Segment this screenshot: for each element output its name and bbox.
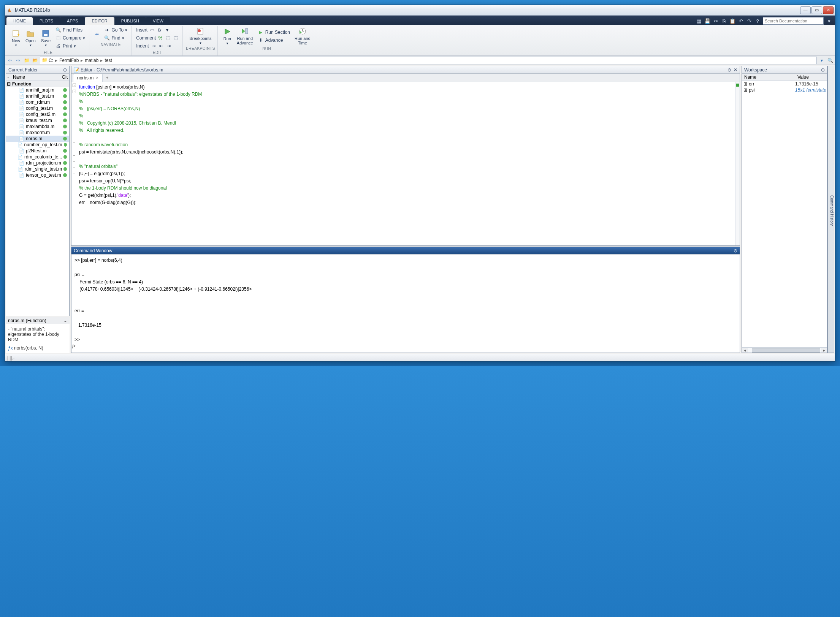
app-window: MATLAB R2014b — ▭ ✕ HOME PLOTS APPS EDIT… <box>5 5 835 362</box>
scroll-right-icon[interactable]: ▸ <box>821 348 827 353</box>
editor-file-icon: 📝 <box>74 67 79 73</box>
run-advance-button[interactable]: Run and Advance <box>235 26 255 46</box>
help-icon[interactable]: ? <box>754 18 761 24</box>
workspace-scrollbar[interactable]: ◂ ▸ <box>742 347 827 353</box>
mfile-icon: 📄 <box>19 136 24 141</box>
chevron-down-icon[interactable]: ⌄ <box>63 318 67 323</box>
collapse-ribbon-icon[interactable]: ▾ <box>826 18 832 24</box>
redo-icon[interactable]: ↷ <box>746 18 752 24</box>
file-row[interactable]: 📄tensor_op_test.m <box>6 172 69 178</box>
scroll-left-icon[interactable]: ◂ <box>742 348 748 353</box>
close-button[interactable]: ✕ <box>823 6 834 14</box>
file-row[interactable]: 📄annihil_test.m <box>6 93 69 99</box>
file-row[interactable]: 📄com_rdm.m <box>6 99 69 105</box>
nav-back-icon[interactable]: ⇦ <box>6 57 13 64</box>
open-button[interactable]: Open▼ <box>23 28 38 48</box>
workspace-var-row[interactable]: ⊞psi15x1 fermistate <box>742 87 827 93</box>
mfile-icon: 📄 <box>19 106 24 111</box>
tab-apps[interactable]: APPS <box>60 17 85 25</box>
tab-publish[interactable]: PUBLISH <box>114 17 146 25</box>
panel-menu-icon[interactable]: ⊙ <box>734 248 737 253</box>
file-row[interactable]: 📄config_test2.m <box>6 111 69 117</box>
file-row[interactable]: 📄rdm_single_test.m <box>6 166 69 172</box>
panel-menu-icon[interactable]: ⊙ <box>63 67 67 73</box>
advance-button[interactable]: ⬇Advance <box>256 36 292 44</box>
panel-menu-icon[interactable]: ⊙ <box>727 67 731 73</box>
undo-icon[interactable]: ↶ <box>738 18 744 24</box>
tab-plots[interactable]: PLOTS <box>33 17 60 25</box>
find-files-button[interactable]: 🔍Find Files <box>54 26 87 34</box>
statusbar: ||||.- <box>5 354 835 361</box>
file-row[interactable]: 📄config_test.m <box>6 105 69 111</box>
nav-fwd-icon[interactable]: ⇨ <box>15 57 22 64</box>
minimize-button[interactable]: — <box>800 6 811 14</box>
file-row[interactable]: 📄maxnorm.m <box>6 130 69 136</box>
maximize-button[interactable]: ▭ <box>811 6 822 14</box>
git-status-dot <box>63 94 67 98</box>
command-history-tab[interactable]: Command History <box>827 66 834 353</box>
search-folder-icon[interactable]: 🔍 <box>827 57 834 64</box>
breakpoints-button[interactable]: Breakpoints▼ <box>187 26 214 46</box>
file-tab-norbs[interactable]: norbs.m× <box>73 74 103 82</box>
code-area[interactable]: -- – –– –– function [psi,err] = norbs(or… <box>71 82 740 245</box>
file-row[interactable]: 📄maxlambda.m <box>6 123 69 130</box>
compare-button[interactable]: ⬚Compare ▾ <box>54 34 87 42</box>
copy-icon[interactable]: ⎘ <box>721 18 727 24</box>
mfile-icon: 📄 <box>19 87 24 93</box>
layout-icon[interactable]: ▦ <box>696 18 702 24</box>
nav-up-icon[interactable]: 📁 <box>23 57 30 64</box>
paste-icon[interactable]: 📋 <box>729 18 735 24</box>
file-row[interactable]: 📄kraus_test.m <box>6 117 69 123</box>
save-layout-icon[interactable]: 💾 <box>704 18 710 24</box>
matlab-logo-icon <box>6 7 13 13</box>
workspace-header[interactable]: Workspace⊙ <box>742 66 827 74</box>
run-time-button[interactable]: Run and Time <box>292 26 313 46</box>
goto-button[interactable]: ➜Go To ▾ <box>102 26 129 34</box>
file-row[interactable]: 📄p2Ntest.m <box>6 148 69 154</box>
command-window-header[interactable]: Command Window⊙ <box>71 247 740 255</box>
file-row[interactable]: 📄norbs.m <box>6 136 69 142</box>
print-button[interactable]: 🖨Print ▾ <box>54 42 87 50</box>
scroll-thumb[interactable] <box>752 348 820 353</box>
tab-view[interactable]: VIEW <box>146 17 170 25</box>
mfile-icon: 📄 <box>17 154 23 160</box>
tab-editor[interactable]: EDITOR <box>85 17 114 25</box>
mfile-icon: 📄 <box>19 160 24 166</box>
editor-header[interactable]: 📝 Editor - C:\FermiFab\matlab\test\norbs… <box>71 66 740 74</box>
save-button[interactable]: Save▼ <box>39 28 53 48</box>
comment-button[interactable]: Comment % ⬚ ⬚ <box>135 34 180 42</box>
tree-group-function[interactable]: ⊟Function <box>6 81 69 87</box>
tab-add-button[interactable]: + <box>103 74 111 82</box>
panel-close-icon[interactable]: ✕ <box>734 67 737 73</box>
run-button[interactable]: Run▼ <box>221 27 234 46</box>
code-text[interactable]: function [psi,err] = norbs(orbs,N) %NORB… <box>77 82 735 245</box>
nav-back-button[interactable]: ⬅ <box>92 30 101 38</box>
tree-expand-icon[interactable]: ▫ <box>8 74 13 80</box>
breadcrumb-dropdown-icon[interactable]: ▾ <box>818 57 825 64</box>
run-section-button[interactable]: ▶Run Section <box>256 28 292 36</box>
find-button[interactable]: 🔍Find ▾ <box>102 34 129 42</box>
panel-menu-icon[interactable]: ⊙ <box>821 67 825 73</box>
new-button[interactable]: +New▼ <box>10 28 22 48</box>
fold-gutter[interactable]: -- – –– –– <box>71 82 77 245</box>
breadcrumb[interactable]: 📁 C:▸ FermiFab▸ matlab▸ test <box>40 57 817 64</box>
file-tree: ⊟Function 📄annihil_proj.m📄annihil_test.m… <box>6 81 69 316</box>
editor-panel: 📝 Editor - C:\FermiFab\matlab\test\norbs… <box>71 66 740 246</box>
current-folder-columns: ▫ Name Git <box>6 74 69 81</box>
cut-icon[interactable]: ✂ <box>713 18 719 24</box>
nav-browse-icon[interactable]: 📂 <box>32 57 38 64</box>
git-status-dot <box>64 143 67 147</box>
file-row[interactable]: 📄number_op_test.m <box>6 142 69 148</box>
tab-home[interactable]: HOME <box>6 17 33 25</box>
command-window-body[interactable]: >> [psi,err] = norbs(6,4) psi = Fermi St… <box>71 255 740 353</box>
search-documentation-input[interactable] <box>763 17 824 25</box>
current-folder-header[interactable]: Current Folder⊙ <box>6 66 69 74</box>
file-row[interactable]: 📄rdm_coulomb_te... <box>6 154 69 160</box>
tab-close-icon[interactable]: × <box>96 75 98 81</box>
insert-button[interactable]: Insert ▭ fx ▾ <box>135 26 180 34</box>
fx-prompt-icon[interactable]: fx <box>72 342 76 350</box>
workspace-var-row[interactable]: ⊞err1.7316e-15 <box>742 81 827 87</box>
file-row[interactable]: 📄rdm_projection.m <box>6 160 69 166</box>
file-row[interactable]: 📄annihil_proj.m <box>6 87 69 93</box>
indent-button[interactable]: Indent ⇥ ⇤ ⇥ <box>135 42 180 50</box>
